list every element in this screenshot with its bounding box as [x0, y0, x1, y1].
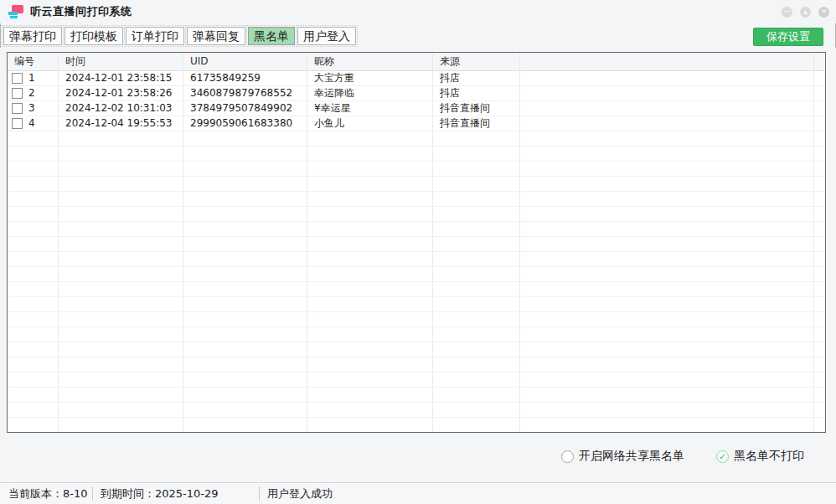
cell-number: 1 — [8, 71, 59, 85]
table-row[interactable]: 22024-12-01 23:58:263460879879768552幸运降临… — [8, 86, 825, 101]
cell-number: 2 — [8, 86, 59, 100]
checked-radio-icon[interactable]: ✓ — [716, 450, 729, 463]
save-settings-button[interactable]: 保存设置 — [753, 28, 823, 46]
cell-empty — [307, 373, 433, 387]
cell-nickname: 大宝方重 — [307, 71, 433, 85]
cell-empty — [520, 222, 814, 236]
cell-empty — [183, 207, 307, 221]
cell-empty — [307, 162, 433, 176]
cell-empty — [183, 388, 307, 402]
cell-empty — [814, 267, 825, 281]
cell-empty — [183, 312, 307, 327]
tab-danmaku-print[interactable]: 弹幕打印 — [3, 27, 62, 45]
table-empty-row — [8, 357, 825, 373]
row-checkbox[interactable] — [12, 88, 23, 99]
option-blacklist-no-print[interactable]: ✓黑名单不打印 — [716, 449, 804, 464]
cell-empty — [433, 357, 520, 372]
table-row[interactable]: 12024-12-01 23:58:1561735849259大宝方重抖店 — [8, 71, 825, 86]
tab-list: 弹幕打印打印模板订单打印弹幕回复黑名单用户登入 — [3, 27, 356, 45]
cell-empty — [59, 237, 183, 251]
option-label: 开启网络共享黑名单 — [579, 449, 684, 464]
cell-empty — [814, 403, 825, 417]
cell-empty — [520, 357, 814, 372]
cell-empty — [433, 177, 520, 191]
row-checkbox[interactable] — [12, 73, 23, 84]
cell-empty — [814, 192, 825, 206]
cell-empty — [814, 131, 825, 146]
cell-empty — [59, 357, 183, 372]
table-empty-row — [8, 147, 825, 162]
cell-time: 2024-12-02 10:31:03 — [59, 101, 183, 116]
close-icon[interactable]: ✕ — [818, 7, 829, 18]
cell-empty — [520, 177, 814, 191]
cell-empty — [814, 373, 825, 387]
cell-source: 抖音直播间 — [433, 101, 520, 116]
cell-empty — [814, 237, 825, 251]
column-header — [814, 53, 825, 70]
option-enable-network-shared-blacklist[interactable]: 开启网络共享黑名单 — [561, 449, 684, 464]
cell-empty — [433, 192, 520, 206]
cell-empty — [307, 418, 433, 432]
minimize-icon[interactable]: — — [782, 7, 792, 18]
table-row[interactable]: 32024-12-02 10:31:033784979507849902¥幸运星… — [8, 101, 825, 116]
cell-empty — [59, 403, 183, 417]
cell-nickname: 小鱼儿 — [307, 116, 433, 131]
cell-empty — [814, 312, 825, 327]
tab-blacklist[interactable]: 黑名单 — [248, 27, 295, 45]
cell-empty — [814, 162, 825, 176]
column-header: 来源 — [433, 53, 520, 70]
unchecked-radio-icon[interactable] — [561, 450, 574, 463]
cell-empty — [183, 373, 307, 387]
cell-empty — [183, 222, 307, 236]
cell-empty — [307, 403, 433, 417]
window-title: 听云直播间打印系统 — [30, 4, 132, 19]
cell-empty — [307, 357, 433, 372]
cell-empty — [433, 388, 520, 402]
cell-empty — [307, 312, 433, 327]
table-empty-row — [8, 373, 825, 388]
table-empty-row — [8, 177, 825, 192]
tab-order-print[interactable]: 订单打印 — [126, 27, 184, 45]
cell-empty — [520, 116, 814, 131]
cell-empty — [814, 252, 825, 266]
row-checkbox[interactable] — [12, 118, 23, 129]
cell-empty — [183, 131, 307, 146]
column-header: 时间 — [59, 53, 183, 70]
cell-empty — [8, 388, 59, 402]
cell-empty — [59, 342, 183, 357]
cell-empty — [8, 222, 59, 236]
title-bar: 听云直播间打印系统 — ▲ ✕ — [0, 0, 836, 23]
cell-empty — [183, 147, 307, 161]
cell-empty — [8, 312, 59, 327]
cell-empty — [183, 267, 307, 281]
tab-user-login[interactable]: 用户登入 — [297, 27, 356, 45]
cell-empty — [59, 252, 183, 266]
version-label: 当前版本：8-10 — [0, 486, 93, 501]
maximize-icon[interactable]: ▲ — [800, 7, 811, 18]
table-empty-row — [8, 267, 825, 282]
cell-nickname: ¥幸运星 — [307, 101, 433, 116]
cell-empty — [814, 282, 825, 296]
cell-empty — [520, 418, 814, 432]
cell-empty — [814, 222, 825, 236]
cell-empty — [183, 357, 307, 372]
row-checkbox[interactable] — [12, 103, 23, 114]
cell-empty — [433, 297, 520, 311]
cell-empty — [433, 403, 520, 417]
table-row[interactable]: 42024-12-04 19:55:532999059061683380小鱼儿抖… — [8, 116, 825, 131]
cell-source: 抖音直播间 — [433, 116, 520, 131]
table-empty-row — [8, 388, 825, 403]
cell-empty — [183, 418, 307, 432]
column-header: 编号 — [8, 53, 59, 70]
cell-empty — [8, 297, 59, 311]
tab-print-template[interactable]: 打印模板 — [65, 27, 123, 45]
window-controls: — ▲ ✕ — [782, 7, 829, 18]
cell-empty — [8, 237, 59, 251]
cell-empty — [520, 297, 814, 311]
tab-danmaku-reply[interactable]: 弹幕回复 — [187, 27, 245, 45]
cell-empty — [307, 207, 433, 221]
table-empty-row — [8, 131, 825, 147]
cell-empty — [520, 162, 814, 176]
cell-empty — [520, 237, 814, 251]
table-empty-row — [8, 207, 825, 222]
